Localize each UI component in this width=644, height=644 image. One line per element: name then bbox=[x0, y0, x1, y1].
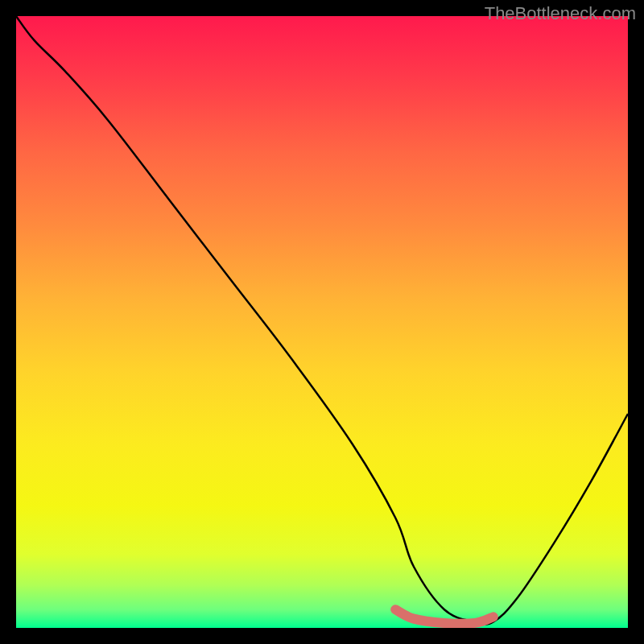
bottleneck-chart bbox=[16, 16, 628, 628]
chart-gradient-background bbox=[16, 16, 628, 628]
optimal-range-highlight bbox=[395, 609, 493, 624]
bottleneck-curve-path bbox=[16, 16, 628, 625]
watermark-text: TheBottleneck.com bbox=[485, 3, 636, 24]
